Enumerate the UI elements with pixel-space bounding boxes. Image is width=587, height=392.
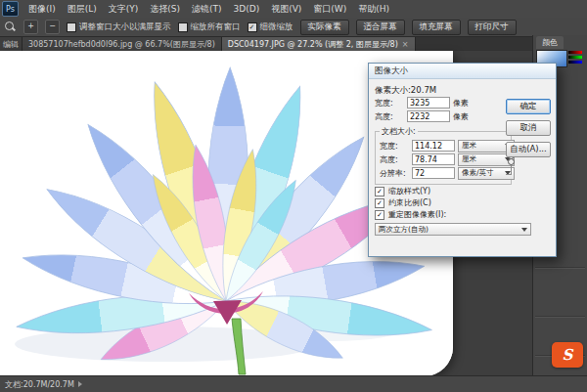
checkbox-label: 缩放所有窗口	[191, 22, 241, 33]
doc-width-label: 宽度:	[380, 141, 409, 152]
pixel-width-input[interactable]	[407, 97, 450, 109]
doc-height-unit: 厘米	[462, 154, 476, 164]
pixel-height-label: 高度:	[375, 111, 404, 122]
magnifier-handle-icon	[12, 27, 16, 31]
checkbox-label: 约束比例(C)	[388, 197, 431, 208]
checkbox-label: 缩放样式(Y)	[388, 186, 430, 196]
panel-divider	[535, 267, 585, 269]
red-slider[interactable]	[568, 51, 582, 54]
menu-item-3d[interactable]: 3D(D)	[228, 0, 266, 18]
menu-item-type[interactable]: 文字(Y)	[103, 0, 145, 18]
dialog-body: 像素大小:20.7M 宽度: 像素 高度: 像素 文档大小: 宽度:	[369, 79, 556, 240]
zoom-in-button[interactable]: +	[23, 20, 38, 34]
pixel-size-header: 像素大小:20.7M	[375, 84, 504, 96]
color-panel-tab[interactable]: 颜色	[536, 36, 564, 49]
status-bar: 文档:20.7M/20.7M	[0, 375, 587, 392]
menu-item-help[interactable]: 帮助(H)	[352, 0, 395, 18]
document-size-group: 文档大小: 宽度: 厘米 高度: 厘米	[375, 131, 512, 185]
dialog-buttons: 确定 取消 自动(A)...	[506, 99, 551, 157]
print-size-button[interactable]: 打印尺寸	[468, 20, 517, 35]
checkbox-box[interactable]: ✓	[375, 210, 384, 220]
tool-options-bar: + − 调整窗口大小以满屏显示 缩放所有窗口 ✓ 细微缩放 实际像素 适合屏幕 …	[0, 18, 587, 37]
zoom-all-windows-checkbox[interactable]: 缩放所有窗口	[178, 22, 241, 33]
close-tab-icon[interactable]: ×	[402, 40, 409, 49]
watermark-logo: S	[552, 342, 583, 368]
document-tab-1[interactable]: 30857107hefbd0d0l96.jpg @ 66.7%(图层显示/8)	[23, 37, 222, 51]
photoshop-logo-icon: Ps	[2, 1, 19, 17]
dialog-title[interactable]: 图像大小	[369, 64, 556, 79]
checkbox-label: 重定图像像素(I):	[388, 209, 446, 220]
resolution-row: 分辨率: 像素/英寸	[380, 166, 507, 180]
photoshop-window: Ps 图像(I) 图层(L) 文字(Y) 选择(S) 滤镜(T) 3D(D) 视…	[0, 0, 587, 392]
dialog-left-column: 像素大小:20.7M 宽度: 像素 高度: 像素 文档大小: 宽度:	[375, 84, 504, 236]
scale-styles-checkbox[interactable]: ✓ 缩放样式(Y)	[375, 186, 504, 196]
constrain-proportions-checkbox[interactable]: ✓ 约束比例(C)	[375, 197, 504, 208]
checkbox-box[interactable]	[67, 22, 76, 32]
doc-height-label: 高度:	[380, 154, 409, 165]
panel-divider	[535, 316, 585, 318]
auto-button[interactable]: 自动(A)...	[506, 142, 551, 157]
document-tab-label: 30857107hefbd0d0l96.jpg @ 66.7%(图层显示/8)	[28, 39, 215, 50]
dropdown-caret-icon	[521, 228, 527, 232]
zoom-out-button[interactable]: −	[45, 20, 60, 34]
document-tab-bar: 编辑 30857107hefbd0d0l96.jpg @ 66.7%(图层显示/…	[0, 37, 533, 51]
actual-pixels-button[interactable]: 实际像素	[300, 20, 349, 35]
checkbox-box[interactable]: ✓	[248, 22, 257, 32]
checkbox-label: 细微缩放	[260, 22, 294, 33]
menu-item-layer[interactable]: 图层(L)	[62, 0, 103, 18]
document-size-status: 文档:20.7M/20.7M	[5, 379, 74, 390]
doc-width-row: 宽度: 厘米	[380, 139, 507, 152]
pixel-width-label: 宽度:	[375, 98, 404, 109]
resolution-label: 分辨率:	[380, 168, 409, 179]
checkbox-box[interactable]: ✓	[375, 198, 384, 208]
menu-item-select[interactable]: 选择(S)	[144, 0, 186, 18]
blue-slider[interactable]	[568, 61, 582, 64]
resolution-input[interactable]	[412, 167, 455, 179]
scrubby-zoom-checkbox[interactable]: ✓ 细微缩放	[248, 22, 294, 33]
document-tab-label: DSC04197.JPG @ 27.2% (调整 2, 图层显示/8)	[228, 39, 398, 50]
menu-item-filter[interactable]: 滤镜(T)	[186, 0, 228, 18]
doc-height-row: 高度: 厘米	[380, 152, 507, 166]
menu-bar: Ps 图像(I) 图层(L) 文字(Y) 选择(S) 滤镜(T) 3D(D) 视…	[0, 0, 587, 19]
pixel-height-unit: 像素	[453, 111, 469, 122]
cancel-button[interactable]: 取消	[506, 120, 551, 136]
status-popup-arrow-icon[interactable]	[78, 381, 82, 387]
resolution-unit: 像素/英寸	[462, 168, 494, 178]
pixel-height-input[interactable]	[407, 110, 450, 122]
doc-width-unit: 厘米	[462, 141, 476, 151]
zoom-tool-icon[interactable]	[4, 21, 17, 33]
document-size-header: 文档大小:	[380, 126, 418, 137]
ok-button[interactable]: 确定	[506, 99, 551, 114]
checkbox-box[interactable]	[178, 22, 188, 32]
watermark-letter: S	[563, 346, 573, 364]
document-tab-2[interactable]: DSC04197.JPG @ 27.2% (调整 2, 图层显示/8) ×	[222, 37, 416, 51]
menu-item-image[interactable]: 图像(I)	[23, 0, 62, 18]
pixel-height-row: 高度: 像素	[375, 109, 504, 123]
resample-method-dropdown[interactable]: 两次立方(自动)	[375, 223, 531, 236]
fill-screen-button[interactable]: 填充屏幕	[412, 20, 461, 35]
checkbox-label: 调整窗口大小以满屏显示	[79, 22, 171, 33]
checkbox-box[interactable]: ✓	[375, 187, 384, 196]
pixel-width-row: 宽度: 像素	[375, 96, 504, 109]
doc-height-input[interactable]	[412, 153, 455, 165]
resize-window-to-fit-checkbox[interactable]: 调整窗口大小以满屏显示	[67, 22, 171, 33]
doc-width-input[interactable]	[412, 140, 455, 152]
docked-panel-fragment[interactable]: 编辑	[0, 37, 23, 51]
image-size-dialog: 图像大小 像素大小:20.7M 宽度: 像素 高度: 像素 文档大小: 宽度	[368, 63, 557, 257]
menu-item-window[interactable]: 窗口(W)	[307, 0, 352, 18]
green-slider[interactable]	[568, 56, 582, 59]
menu-item-view[interactable]: 视图(V)	[265, 0, 307, 18]
resample-image-checkbox[interactable]: ✓ 重定图像像素(I):	[375, 209, 504, 220]
pixel-width-unit: 像素	[453, 98, 469, 109]
fit-screen-button[interactable]: 适合屏幕	[356, 20, 405, 35]
resample-method-value: 两次立方(自动)	[379, 225, 429, 235]
